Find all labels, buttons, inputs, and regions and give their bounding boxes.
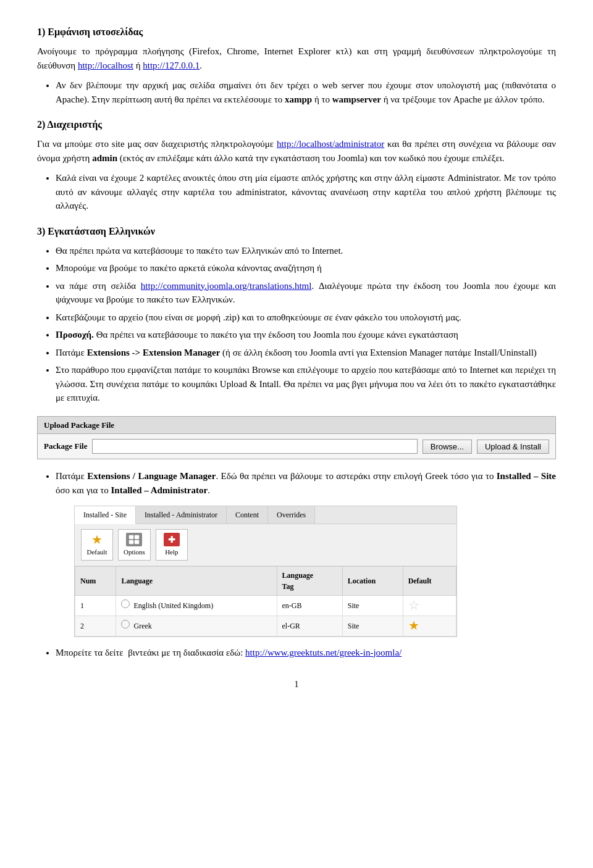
help-icon: ✚ [164,533,180,546]
default-icon: ★ [88,532,106,547]
package-file-input[interactable] [92,439,417,454]
options-button[interactable]: Options [118,529,151,561]
section1-title: 1) Εμφάνιση ιστοσελίδας [37,25,556,40]
section3-bullet2: Μπορούμε να βρούμε το πακέτο αρκετά εύκο… [56,261,556,275]
row1-num: 1 [75,595,116,616]
row1-default[interactable]: ☆ [403,595,456,616]
svg-rect-3 [135,540,139,544]
section2: 2) Διαχειριστής Για να μπούμε στο site μ… [37,117,556,213]
row2-star-icon: ★ [408,619,419,632]
after-upload-list: Πατάμε Extensions / Language Manager. Εδ… [56,469,556,497]
section3: 3) Εγκατάσταση Ελληνικών Θα πρέπει πρώτα… [37,224,556,405]
tab-content[interactable]: Content [227,506,268,524]
admin-link[interactable]: http://localhost/administrator [277,139,384,149]
tab-installed-site[interactable]: Installed - Site [75,506,136,524]
options-icon [126,533,142,546]
localhost-link[interactable]: http://localhost [78,61,133,70]
upload-package-box: Upload Package File Package File Browse.… [37,416,556,460]
upload-install-button[interactable]: Upload & Install [477,440,549,454]
row2-radio-cell: Greek [116,616,277,636]
row2-tag: el-GR [277,616,342,636]
col-tag: LanguageTag [277,566,342,595]
col-location: Location [342,566,403,595]
options-label: Options [124,547,145,557]
section2-bullet1: Καλά είναι να έχουμε 2 καρτέλες ανοικτές… [56,171,556,213]
section3-bullet4: Κατεβάζουμε το αρχείο (που είναι σε μορφ… [56,311,556,325]
ip-link[interactable]: http://127.0.0.1 [143,61,200,70]
section2-title: 2) Διαχειριστής [37,117,556,132]
language-table: Num Language LanguageTag Location Defaul… [75,566,456,636]
row1-radio-cell: English (United Kingdom) [116,595,277,616]
col-num: Num [75,566,116,595]
section1: 1) Εμφάνιση ιστοσελίδας Ανοίγουμε το πρό… [37,25,556,106]
help-label: Help [165,547,178,557]
row2-radio[interactable] [121,620,130,628]
lang-table-header-row: Num Language LanguageTag Location Defaul… [75,566,456,595]
after-upload-item: Πατάμε Extensions / Language Manager. Εδ… [56,469,556,497]
default-label: Default [87,547,107,557]
section3-bullet7: Στο παράθυρο που εμφανίζεται πατάμε το κ… [56,363,556,405]
section3-bullet1: Θα πρέπει πρώτα να κατεβάσουμε το πακέτο… [56,244,556,258]
footer-list: Μπορείτε τα δείτε βιντεάκι με τη διαδικα… [56,646,556,660]
video-link[interactable]: http://www.greektuts.net/greek-in-joomla… [245,648,402,657]
row2-location: Site [342,616,403,636]
help-icon-wrap: ✚ [163,532,180,547]
options-icon-wrap [125,532,143,547]
svg-rect-1 [135,535,139,539]
table-row: 1 English (United Kingdom) en-GB Site ☆ [75,595,456,616]
help-cross-icon: ✚ [168,533,175,546]
col-lang: Language [116,566,277,595]
upload-box-body: Package File Browse... Upload & Install [38,434,555,459]
section2-para1: Για να μπούμε στο site μας σαν διαχειρισ… [37,137,556,165]
svg-rect-0 [129,535,133,539]
default-button[interactable]: ★ Default [81,529,113,561]
package-file-label: Package File [44,440,87,453]
section1-para1: Ανοίγουμε το πρόγραμμα πλοήγησης (Firefo… [37,44,556,72]
lang-tabs-bar: Installed - Site Installed - Administrat… [75,506,456,524]
row1-star-icon: ☆ [408,598,419,612]
row2-default[interactable]: ★ [403,616,456,636]
row2-num: 2 [75,616,116,636]
help-button[interactable]: ✚ Help [156,529,188,561]
lang-table-head: Num Language LanguageTag Location Defaul… [75,566,456,595]
section1-bullets: Αν δεν βλέπουμε την αρχική μας σελίδα ση… [56,78,556,106]
section3-bullet3: να πάμε στη σελίδα http://community.joom… [56,279,556,307]
translations-link[interactable]: http://community.joomla.org/translations… [141,281,312,291]
row1-tag: en-GB [277,595,342,616]
section1-bullet1: Αν δεν βλέπουμε την αρχική μας σελίδα ση… [56,78,556,106]
footer-item: Μπορείτε τα δείτε βιντεάκι με τη διαδικα… [56,646,556,660]
browse-button[interactable]: Browse... [423,440,472,454]
section3-bullets: Θα πρέπει πρώτα να κατεβάσουμε το πακέτο… [56,244,556,405]
section3-bullet6: Πατάμε Extensions -> Extension Manager (… [56,346,556,360]
table-row: 2 Greek el-GR Site ★ [75,616,456,636]
section2-bullets: Καλά είναι να έχουμε 2 καρτέλες ανοικτές… [56,171,556,213]
lang-table-body: 1 English (United Kingdom) en-GB Site ☆ … [75,595,456,636]
upload-box-title: Upload Package File [38,417,555,435]
col-default: Default [403,566,456,595]
lang-toolbar: ★ Default Options ✚ [75,524,456,566]
row1-radio[interactable] [121,599,130,608]
section3-title: 3) Εγκατάσταση Ελληνικών [37,224,556,239]
svg-rect-2 [129,540,133,544]
page-number: 1 [37,678,556,691]
section3-bullet5: Προσοχή. Θα πρέπει να κατεβάσουμε το πακ… [56,328,556,342]
row1-location: Site [342,595,403,616]
star-icon: ★ [91,533,103,546]
language-manager: Installed - Site Installed - Administrat… [74,506,457,637]
tab-installed-admin[interactable]: Installed - Administrator [136,506,227,524]
tab-overrides[interactable]: Overrides [268,506,315,524]
